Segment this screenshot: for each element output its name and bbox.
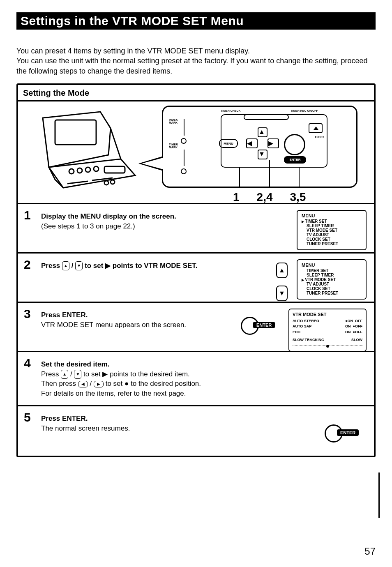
index-mark-label: INDEX MARK	[169, 118, 187, 124]
t: Press	[41, 370, 61, 378]
left-button-icon: ◀	[78, 381, 88, 387]
step-bold: Press ENTER.	[41, 311, 88, 319]
step-illustration: ▲ ▼ MENU TIMER SET SLEEP TIMER VTR MODE …	[276, 259, 367, 301]
t: For details on the items, refer to the n…	[41, 390, 186, 397]
timer-slider	[244, 114, 289, 120]
step-illustration: MENU TIMER SET SLEEP TIMER VTR MODE SET …	[297, 210, 367, 250]
step-plain: VTR MODE SET menu appears on the screen.	[41, 321, 186, 329]
opt: ON	[345, 330, 351, 334]
t: /	[70, 370, 74, 378]
up-button-large-icon: ▲	[276, 263, 288, 278]
callout-24: 2,4	[257, 191, 273, 204]
down-button-icon: ▼	[74, 370, 81, 379]
step-5: 5 Press ENTER. The normal screen resumes…	[18, 406, 374, 456]
screen-header: MENU	[302, 263, 362, 267]
menu-item: TUNER PRESET	[302, 291, 362, 295]
down-button-icon: ▼	[75, 261, 83, 270]
svg-rect-0	[55, 120, 96, 145]
menu-item: SLEEP TIMER	[302, 273, 362, 277]
opt: ●OFF	[353, 324, 362, 328]
up-button-icon: ▲	[62, 261, 69, 270]
tracking-slider-icon	[293, 346, 362, 346]
right-button-icon: ▶	[94, 381, 104, 387]
tracking-value: SLOW	[351, 337, 362, 343]
screen-header: MENU	[302, 213, 362, 218]
dpad-icon: ▲ ▼ ◀ ▶	[242, 127, 283, 160]
down-button-large-icon: ▼	[276, 286, 288, 301]
svg-point-1	[69, 169, 74, 174]
svg-point-3	[85, 167, 90, 172]
intro-text: You can preset 4 items by setting in the…	[16, 46, 376, 76]
opt: OFF	[355, 319, 362, 323]
enter-label: ENTER	[337, 429, 359, 436]
t: Then press	[41, 380, 78, 387]
enter-badge-icon: ENTER	[241, 317, 278, 335]
step-bold: Press ENTER.	[41, 415, 88, 422]
step-1: 1 Display the MENU display on the screen…	[18, 204, 374, 254]
menu-item: CLOCK SET	[302, 286, 362, 291]
vtr-row-label: EDIT	[293, 330, 301, 335]
step-2: 2 Press ▲ / ▼ to set ▶ points to VTR MOD…	[18, 254, 374, 303]
step-plain: The normal screen resumes.	[41, 424, 130, 432]
opt: ●ON	[345, 319, 353, 323]
step-bold: Set the desired item.	[41, 360, 109, 368]
step-number: 5	[24, 411, 35, 424]
timer-check-label: TIMER CHECK	[221, 109, 241, 112]
menu-screen-1: MENU TIMER SET SLEEP TIMER VTR MODE SET …	[297, 210, 367, 250]
menu-item: TV ADJUST	[302, 282, 362, 286]
step-4: 4 Set the desired item. Press ▲ / ▼ to s…	[18, 352, 374, 406]
menu-screen-2: MENU TIMER SET SLEEP TIMER VTR MODE SET …	[297, 259, 367, 300]
menu-item: SLEEP TIMER	[302, 224, 362, 228]
vtr-row-label: AUTO SAP	[293, 324, 311, 330]
callout-35: 3,5	[290, 191, 306, 204]
up-button-icon: ▲	[61, 370, 68, 379]
svg-rect-5	[104, 166, 125, 173]
instruction-frame: Setting the Mode INDEX MARK	[16, 83, 376, 457]
opt: ON	[345, 324, 351, 328]
eject-label: EJECT	[315, 136, 324, 138]
menu-item: TIMER SET	[302, 268, 362, 273]
eject-icon	[309, 123, 323, 133]
jog-wheel-icon	[284, 134, 305, 155]
section-heading: Setting the Mode	[18, 85, 374, 101]
svg-point-7	[111, 180, 115, 184]
page-title: Settings in the VTR MODE SET Menu	[21, 14, 244, 28]
menu-item: VTR MODE SET	[302, 228, 362, 233]
step-body: Press ENTER. The normal screen resumes.	[41, 411, 368, 433]
vtr-row-label: AUTO STEREO	[293, 318, 319, 324]
menu-item: TIMER SET	[302, 219, 362, 224]
enter-badge-icon: ENTER	[325, 424, 362, 443]
timer-mark-label: TIMER MARK	[169, 143, 187, 149]
callout-numbers: 1 2,4 3,5	[233, 191, 306, 204]
leader-line	[299, 168, 300, 187]
timer-rec-label: TIMER REC ON/OFF	[291, 109, 318, 112]
opt: ●OFF	[353, 330, 362, 334]
step-number: 3	[24, 308, 35, 320]
step-plain: (See steps 1 to 3 on page 22.)	[41, 222, 135, 230]
leader-line	[239, 168, 240, 187]
page-title-bar: Settings in the VTR MODE SET Menu	[16, 12, 376, 30]
step-bold: Display the MENU display on the screen.	[41, 212, 176, 220]
leader-line	[269, 160, 270, 187]
svg-point-6	[104, 181, 108, 185]
device-sketch	[26, 106, 150, 200]
t: /	[71, 262, 75, 270]
menu-item: TV ADJUST	[302, 233, 362, 237]
t: /	[90, 380, 94, 387]
menu-item: TUNER PRESET	[302, 242, 362, 246]
mark-switches-diagram: INDEX MARK TIMER MARK	[184, 119, 187, 180]
step-number: 2	[24, 258, 35, 271]
tracking-label: SLOW TRACKING	[293, 337, 324, 343]
screen-header: VTR MODE SET	[293, 312, 362, 317]
control-panel-inner: TIMER CHECK TIMER REC ON/OFF ▲ ▼ ◀ ▶ MEN…	[221, 114, 327, 168]
menu-item: VTR MODE SET	[302, 277, 362, 282]
t: to set ▶ points to VTR MODE SET.	[85, 262, 198, 270]
enter-label: ENTER	[253, 322, 275, 328]
page-edge-mark	[378, 472, 380, 518]
menu-button-diagram: MENU	[219, 139, 238, 148]
t: Press	[41, 262, 62, 270]
menu-item: CLOCK SET	[302, 237, 362, 242]
step-3: 3 Press ENTER. VTR MODE SET menu appears…	[18, 303, 374, 352]
device-diagram-row: INDEX MARK TIMER MARK TIMER CHECK TIMER …	[18, 101, 374, 204]
t: to set ▶ points to the desired item.	[83, 370, 190, 378]
